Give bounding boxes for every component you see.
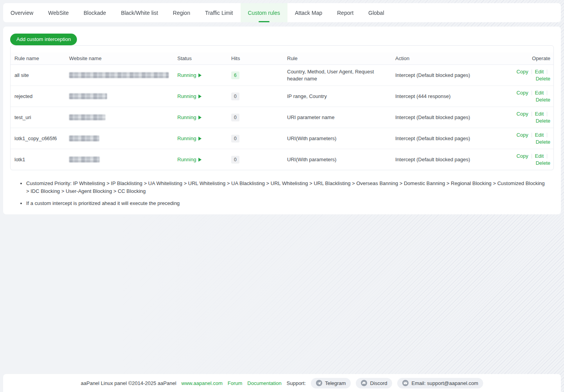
rule-cell: URI(With parameters)	[283, 128, 391, 149]
play-icon[interactable]	[198, 94, 202, 98]
footer: aaPanel Linux panel ©2014-2025 aaPanel w…	[3, 374, 561, 392]
email-label: Email: support@aapanel.com	[411, 380, 478, 386]
divider	[532, 69, 532, 74]
col-rule: Rule	[283, 52, 391, 65]
divider	[547, 133, 547, 137]
website-link[interactable]: www.aapanel.com	[181, 380, 223, 386]
divider	[547, 112, 547, 116]
rule-name-cell: lotk1_copy_c665f6	[11, 128, 65, 149]
tab-traffic-limit[interactable]: Traffic Limit	[198, 3, 241, 22]
tab-report[interactable]: Report	[330, 3, 361, 22]
col-action: Action	[391, 52, 502, 65]
telegram-icon	[316, 380, 322, 386]
table-header-row: Rule name Website name Status Hits Rule …	[11, 52, 554, 65]
tab-blockade[interactable]: Blockade	[76, 3, 114, 22]
delete-link[interactable]: Delete	[535, 118, 550, 124]
tab-overview[interactable]: Overview	[3, 3, 41, 22]
edit-link[interactable]: Edit	[535, 132, 544, 138]
tab-custom-rules[interactable]: Custom rules	[241, 3, 287, 22]
support-label: Support:	[287, 380, 306, 386]
edit-link[interactable]: Edit	[535, 111, 544, 117]
action-cell: Intercept (Default blocked pages)	[391, 128, 502, 149]
discord-button[interactable]: Discord	[356, 378, 392, 388]
copy-link[interactable]: Copy	[516, 153, 528, 159]
divider	[547, 69, 547, 74]
status-label: Running	[177, 72, 196, 78]
divider	[532, 154, 532, 159]
divider	[547, 91, 547, 95]
col-status: Status	[173, 52, 227, 65]
tab-black-white-list[interactable]: Black/White list	[114, 3, 166, 22]
table-row: test_uri Running 0 URI parameter name In…	[11, 107, 554, 128]
status-label: Running	[177, 157, 196, 162]
tab-bar: Overview WebSite Blockade Black/White li…	[3, 3, 561, 22]
rule-cell: URI parameter name	[283, 107, 391, 128]
divider	[547, 154, 547, 159]
play-icon[interactable]	[198, 137, 202, 141]
edit-link[interactable]: Edit	[535, 90, 544, 96]
action-cell: Intercept (Default blocked pages)	[391, 107, 502, 128]
table-row: lotk1 Running 0 URI(With parameters) Int…	[11, 149, 554, 170]
note-custom-intercept: If a custom intercept is prioritized ahe…	[26, 200, 547, 207]
website-name-blurred	[69, 93, 107, 99]
table-row: lotk1_copy_c665f6 Running 0 URI(With par…	[11, 128, 554, 149]
add-custom-interception-button[interactable]: Add custom interception	[10, 34, 77, 45]
edit-link[interactable]: Edit	[535, 69, 544, 75]
delete-link[interactable]: Delete	[535, 139, 550, 145]
col-hits: Hits	[227, 52, 283, 65]
hits-badge: 0	[231, 114, 239, 121]
forum-link[interactable]: Forum	[228, 380, 243, 386]
copy-link[interactable]: Copy	[516, 69, 528, 75]
status-label: Running	[177, 135, 196, 141]
website-name-blurred	[69, 114, 105, 120]
tab-website[interactable]: WebSite	[41, 3, 76, 22]
divider	[532, 91, 532, 95]
website-name-blurred	[69, 157, 100, 162]
rules-table: Rule name Website name Status Hits Rule …	[10, 45, 554, 170]
email-button[interactable]: Email: support@aapanel.com	[397, 378, 483, 388]
delete-link[interactable]: Delete	[535, 160, 550, 166]
delete-link[interactable]: Delete	[535, 97, 550, 103]
website-name-blurred	[69, 135, 99, 141]
rule-name-cell: all site	[11, 65, 65, 86]
hits-badge: 0	[231, 93, 239, 100]
website-name-blurred	[69, 72, 169, 78]
action-cell: Intercept (Default blocked pages)	[391, 149, 502, 170]
col-website-name: Website name	[65, 52, 173, 65]
tab-region[interactable]: Region	[166, 3, 198, 22]
telegram-label: Telegram	[325, 380, 346, 386]
hits-badge: 6	[231, 71, 239, 79]
tab-global[interactable]: Global	[361, 3, 391, 22]
delete-link[interactable]: Delete	[535, 76, 550, 82]
status-label: Running	[177, 114, 196, 120]
tab-attack-map[interactable]: Attack Map	[287, 3, 330, 22]
notes-list: Customized Priority: IP Whitelisting > I…	[20, 180, 547, 207]
copy-link[interactable]: Copy	[516, 90, 528, 96]
rule-cell: IP range, Country	[283, 86, 391, 107]
col-operate: Operate	[502, 52, 554, 65]
table-row: rejected Running 0 IP range, Country Int…	[11, 86, 554, 107]
play-icon[interactable]	[198, 116, 202, 119]
custom-rules-panel: Add custom interception Rule name Websit…	[3, 27, 561, 214]
divider	[532, 133, 532, 137]
telegram-button[interactable]: Telegram	[311, 378, 351, 388]
divider	[532, 112, 532, 116]
rule-name-cell: test_uri	[11, 107, 65, 128]
hits-badge: 0	[231, 156, 239, 164]
action-cell: Intercept (444 response)	[391, 86, 502, 107]
documentation-link[interactable]: Documentation	[247, 380, 281, 386]
rule-name-cell: lotk1	[11, 149, 65, 170]
col-rule-name: Rule name	[11, 52, 65, 65]
rule-name-cell: rejected	[11, 86, 65, 107]
copy-link[interactable]: Copy	[516, 132, 528, 138]
status-label: Running	[177, 93, 196, 99]
discord-label: Discord	[370, 380, 387, 386]
copy-link[interactable]: Copy	[516, 111, 528, 117]
edit-link[interactable]: Edit	[535, 153, 544, 159]
discord-icon	[361, 380, 367, 386]
play-icon[interactable]	[198, 73, 202, 77]
note-priority: Customized Priority: IP Whitelisting > I…	[26, 180, 547, 195]
email-icon	[402, 380, 409, 386]
play-icon[interactable]	[198, 158, 202, 162]
copyright-text: aaPanel Linux panel ©2014-2025 aaPanel	[81, 380, 177, 386]
